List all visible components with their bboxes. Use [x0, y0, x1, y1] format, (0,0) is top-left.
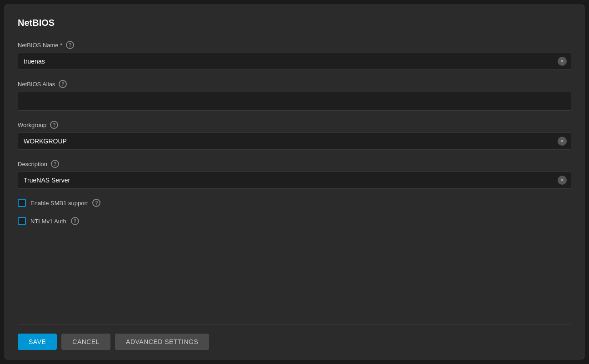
description-clear-button[interactable]: × [558, 176, 567, 185]
description-group: Description ? × [18, 160, 571, 189]
netbios-dialog: NetBIOS NetBIOS Name * ? × NetBIOS Alias… [5, 5, 584, 359]
netbios-alias-input[interactable] [18, 92, 571, 111]
netbios-alias-help-icon[interactable]: ? [59, 80, 67, 88]
clear-icon: × [560, 59, 564, 64]
netbios-name-input-wrapper: × [18, 53, 571, 70]
netbios-name-label-text: NetBIOS Name * [18, 42, 62, 49]
description-label: Description ? [18, 160, 571, 168]
dialog-footer: Save Cancel Advanced Settings [18, 324, 571, 359]
workgroup-clear-button[interactable]: × [558, 137, 567, 146]
dialog-title: NetBIOS [18, 18, 571, 28]
netbios-name-help-icon[interactable]: ? [66, 41, 74, 49]
workgroup-input-wrapper: × [18, 133, 571, 150]
netbios-name-input[interactable] [18, 53, 571, 70]
netbios-name-clear-button[interactable]: × [558, 57, 567, 66]
netbios-name-group: NetBIOS Name * ? × [18, 41, 571, 70]
netbios-alias-group: NetBIOS Alias ? [18, 80, 571, 111]
clear-icon: × [560, 138, 564, 144]
smb1-checkbox[interactable] [18, 199, 26, 207]
netbios-alias-input-wrapper [18, 92, 571, 111]
workgroup-label: Workgroup ? [18, 121, 571, 129]
description-input[interactable] [18, 172, 571, 189]
netbios-name-label: NetBIOS Name * ? [18, 41, 571, 49]
description-help-icon[interactable]: ? [51, 160, 59, 168]
workgroup-group: Workgroup ? × [18, 121, 571, 150]
smb1-help-icon[interactable]: ? [92, 199, 100, 207]
ntlmv1-checkbox[interactable] [18, 217, 26, 225]
ntlmv1-checkbox-group: NTLMv1 Auth ? [18, 217, 571, 225]
ntlmv1-help-icon[interactable]: ? [71, 217, 79, 225]
clear-icon: × [560, 177, 564, 183]
workgroup-help-icon[interactable]: ? [50, 121, 58, 129]
advanced-settings-button[interactable]: Advanced Settings [115, 334, 209, 350]
save-button[interactable]: Save [18, 334, 57, 350]
ntlmv1-label: NTLMv1 Auth [30, 218, 66, 225]
netbios-alias-label: NetBIOS Alias ? [18, 80, 571, 88]
smb1-checkbox-group: Enable SMB1 support ? [18, 199, 571, 207]
smb1-label: Enable SMB1 support [30, 200, 88, 207]
description-input-wrapper: × [18, 172, 571, 189]
workgroup-input[interactable] [18, 133, 571, 150]
cancel-button[interactable]: Cancel [61, 334, 110, 350]
